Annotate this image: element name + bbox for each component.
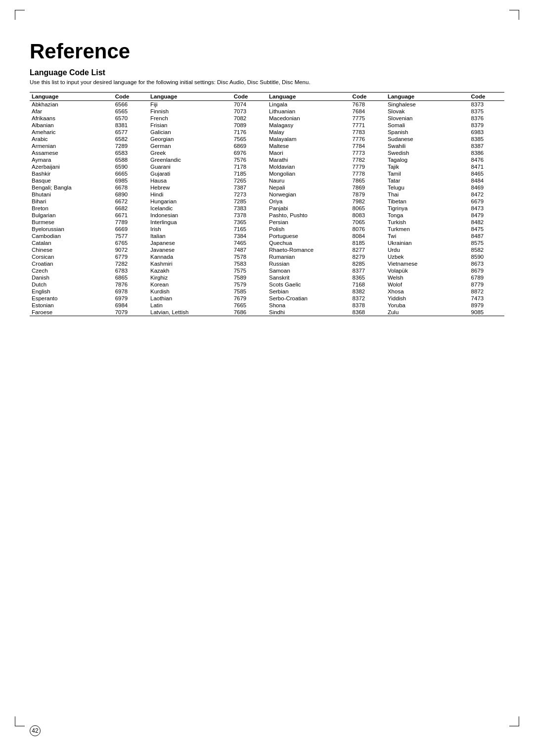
cell-lang-20-0: Catalan <box>30 239 113 246</box>
cell-lang-13-3: Thai <box>386 191 469 198</box>
cell-code-12-0: 6678 <box>113 184 148 191</box>
cell-code-27-2: 8382 <box>351 288 386 295</box>
cell-code-18-1: 7165 <box>232 226 267 233</box>
cell-lang-25-0: Danish <box>30 274 113 281</box>
cell-lang-27-2: Serbian <box>267 288 351 295</box>
cell-lang-23-0: Croatian <box>30 260 113 267</box>
cell-code-28-1: 7679 <box>232 295 267 302</box>
cell-code-14-2: 7982 <box>351 198 386 205</box>
cell-code-22-3: 8590 <box>469 253 504 260</box>
cell-code-7-2: 7773 <box>351 149 386 156</box>
cell-code-13-2: 7879 <box>351 191 386 198</box>
cell-code-15-2: 8065 <box>351 205 386 212</box>
table-row: Croatian7282Kashmiri7583Russian8285Vietn… <box>30 260 504 267</box>
cell-code-20-0: 6765 <box>113 239 148 246</box>
cell-code-4-1: 7176 <box>232 129 267 136</box>
cell-code-1-3: 8375 <box>469 108 504 115</box>
cell-code-3-0: 8381 <box>113 122 148 129</box>
cell-code-5-2: 7776 <box>351 136 386 142</box>
cell-lang-13-1: Hindi <box>148 191 232 198</box>
cell-code-27-0: 6978 <box>113 288 148 295</box>
cell-code-23-1: 7583 <box>232 260 267 267</box>
cell-code-3-2: 7771 <box>351 122 386 129</box>
cell-lang-26-1: Korean <box>148 281 232 288</box>
cell-code-5-1: 7565 <box>232 136 267 142</box>
cell-lang-6-3: Swahili <box>386 142 469 149</box>
cell-lang-30-1: Latvian, Lettish <box>148 309 232 316</box>
cell-code-19-2: 8084 <box>351 233 386 239</box>
cell-code-30-2: 8368 <box>351 309 386 316</box>
cell-code-24-0: 6783 <box>113 267 148 274</box>
cell-lang-15-1: Icelandic <box>148 205 232 212</box>
cell-lang-23-1: Kashmiri <box>148 260 232 267</box>
language-code-table: Language Code Language Code Language Cod… <box>30 92 504 316</box>
cell-lang-26-2: Scots Gaelic <box>267 281 351 288</box>
cell-code-21-1: 7487 <box>232 246 267 253</box>
cell-lang-19-3: Twi <box>386 233 469 239</box>
cell-code-26-0: 7876 <box>113 281 148 288</box>
cell-code-22-1: 7578 <box>232 253 267 260</box>
cell-code-0-3: 8373 <box>469 101 504 108</box>
corner-mark-tr <box>509 10 519 20</box>
cell-code-1-0: 6565 <box>113 108 148 115</box>
cell-code-11-0: 6985 <box>113 177 148 184</box>
cell-code-6-0: 7289 <box>113 142 148 149</box>
cell-code-3-3: 8379 <box>469 122 504 129</box>
section-title: Language Code List <box>30 68 504 77</box>
cell-lang-5-0: Arabic <box>30 136 113 142</box>
cell-lang-22-3: Uzbek <box>386 253 469 260</box>
cell-code-4-0: 6577 <box>113 129 148 136</box>
cell-lang-18-3: Turkmen <box>386 226 469 233</box>
cell-lang-11-2: Nauru <box>267 177 351 184</box>
cell-lang-18-2: Polish <box>267 226 351 233</box>
cell-code-26-3: 8779 <box>469 281 504 288</box>
cell-code-15-1: 7383 <box>232 205 267 212</box>
cell-lang-29-0: Estonian <box>30 302 113 309</box>
table-row: Breton6682Icelandic7383Panjabi8065Tigrin… <box>30 205 504 212</box>
cell-lang-12-0: Bengali; Bangla <box>30 184 113 191</box>
table-row: Arabic6582Georgian7565Malayalam7776Sudan… <box>30 136 504 142</box>
cell-code-23-3: 8673 <box>469 260 504 267</box>
cell-code-7-0: 6583 <box>113 149 148 156</box>
cell-lang-10-3: Tamil <box>386 170 469 177</box>
cell-lang-0-1: Fiji <box>148 101 232 108</box>
cell-lang-0-2: Lingala <box>267 101 351 108</box>
corner-mark-br <box>509 716 519 726</box>
cell-code-17-2: 7065 <box>351 219 386 226</box>
cell-code-16-2: 8083 <box>351 212 386 219</box>
cell-lang-19-1: Italian <box>148 233 232 239</box>
cell-lang-13-0: Bhutani <box>30 191 113 198</box>
cell-lang-14-3: Tibetan <box>386 198 469 205</box>
cell-code-25-2: 8365 <box>351 274 386 281</box>
cell-code-8-1: 7576 <box>232 156 267 163</box>
col1-code-header: Code <box>113 93 148 101</box>
table-row: Bihari6672Hungarian7285Oriya7982Tibetan6… <box>30 198 504 205</box>
cell-code-15-0: 6682 <box>113 205 148 212</box>
table-row: Dutch7876Korean7579Scots Gaelic7168Wolof… <box>30 281 504 288</box>
cell-lang-2-1: French <box>148 115 232 122</box>
col2-code-header: Code <box>232 93 267 101</box>
cell-lang-18-0: Byelorussian <box>30 226 113 233</box>
cell-code-6-2: 7784 <box>351 142 386 149</box>
cell-code-11-3: 8484 <box>469 177 504 184</box>
cell-code-22-0: 6779 <box>113 253 148 260</box>
cell-lang-7-3: Swedish <box>386 149 469 156</box>
cell-code-2-0: 6570 <box>113 115 148 122</box>
section-subtitle: Use this list to input your desired lang… <box>30 79 504 85</box>
cell-lang-29-1: Latin <box>148 302 232 309</box>
table-row: Esperanto6979Laothian7679Serbo-Croatian8… <box>30 295 504 302</box>
cell-lang-25-3: Welsh <box>386 274 469 281</box>
cell-code-30-1: 7686 <box>232 309 267 316</box>
cell-lang-24-3: Volapük <box>386 267 469 274</box>
page-number: 42 <box>30 725 41 736</box>
cell-lang-4-2: Malay <box>267 129 351 136</box>
table-row: Abkhazian6566Fiji7074Lingala7678Singhale… <box>30 101 504 108</box>
cell-lang-7-0: Assamese <box>30 149 113 156</box>
cell-code-19-1: 7384 <box>232 233 267 239</box>
cell-lang-15-2: Panjabi <box>267 205 351 212</box>
cell-lang-13-2: Norwegian <box>267 191 351 198</box>
table-row: Afrikaans6570French7082Macedonian7775Slo… <box>30 115 504 122</box>
cell-lang-0-0: Abkhazian <box>30 101 113 108</box>
cell-lang-9-3: Tajik <box>386 163 469 170</box>
cell-code-7-1: 6976 <box>232 149 267 156</box>
